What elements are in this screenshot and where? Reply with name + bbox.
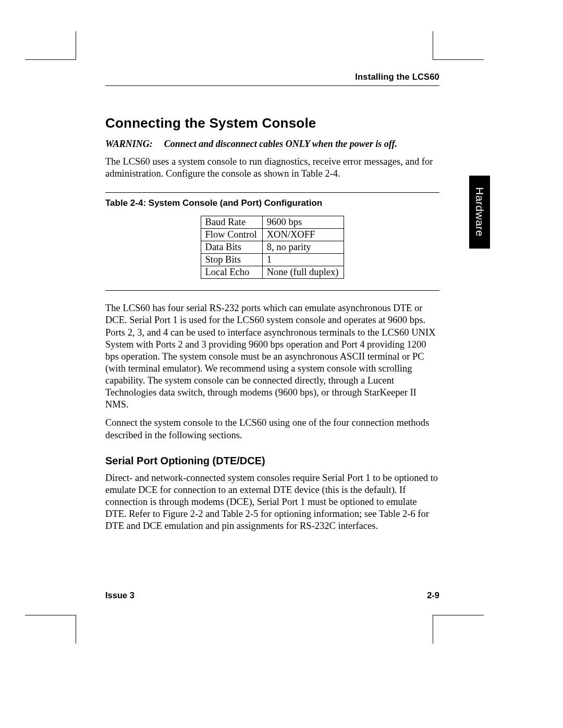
crop-mark-tr bbox=[433, 31, 484, 60]
param-cell: Stop Bits bbox=[201, 254, 262, 266]
warning-label: WARNING: bbox=[105, 139, 153, 150]
crop-mark-tl bbox=[25, 31, 76, 60]
ports-paragraph: The LCS60 has four serial RS-232 ports w… bbox=[105, 302, 439, 411]
section-title: Connecting the System Console bbox=[105, 115, 439, 131]
value-cell: 1 bbox=[262, 254, 344, 266]
side-tab-label: Hardware bbox=[473, 187, 486, 237]
table-rule-bottom bbox=[105, 290, 439, 291]
footer-page-number: 2-9 bbox=[427, 590, 439, 600]
value-cell: 8, no parity bbox=[262, 241, 344, 254]
crop-mark-bl bbox=[25, 615, 76, 644]
param-cell: Baud Rate bbox=[201, 216, 262, 229]
value-cell: 9600 bps bbox=[262, 216, 344, 229]
table-row: Baud Rate 9600 bps bbox=[201, 216, 344, 229]
intro-paragraph: The LCS60 uses a system console to run d… bbox=[105, 156, 439, 180]
warning-row: WARNING: Connect and disconnect cables O… bbox=[105, 139, 439, 150]
warning-text: Connect and disconnect cables ONLY when … bbox=[164, 139, 397, 150]
table-row: Stop Bits 1 bbox=[201, 254, 344, 266]
table-row: Data Bits 8, no parity bbox=[201, 241, 344, 254]
page-footer: Issue 3 2-9 bbox=[105, 590, 439, 600]
param-cell: Flow Control bbox=[201, 229, 262, 241]
value-cell: None (full duplex) bbox=[262, 266, 344, 279]
table-row: Local Echo None (full duplex) bbox=[201, 266, 344, 279]
running-head: Installing the LCS60 bbox=[105, 72, 439, 86]
table-caption: Table 2-4: System Console (and Port) Con… bbox=[105, 198, 439, 208]
config-table: Baud Rate 9600 bps Flow Control XON/XOFF… bbox=[201, 216, 345, 279]
crop-mark-br bbox=[433, 615, 484, 644]
footer-issue: Issue 3 bbox=[105, 590, 134, 600]
sub-section-title: Serial Port Optioning (DTE/DCE) bbox=[105, 455, 439, 467]
param-cell: Local Echo bbox=[201, 266, 262, 279]
side-tab-hardware: Hardware bbox=[469, 176, 490, 249]
param-cell: Data Bits bbox=[201, 241, 262, 254]
optioning-paragraph: Direct- and network-connected system con… bbox=[105, 472, 439, 533]
page-body: Installing the LCS60 Connecting the Syst… bbox=[105, 72, 439, 538]
connect-paragraph: Connect the system console to the LCS60 … bbox=[105, 417, 439, 441]
table-row: Flow Control XON/XOFF bbox=[201, 229, 344, 241]
table-rule-top: Table 2-4: System Console (and Port) Con… bbox=[105, 192, 439, 291]
value-cell: XON/XOFF bbox=[262, 229, 344, 241]
